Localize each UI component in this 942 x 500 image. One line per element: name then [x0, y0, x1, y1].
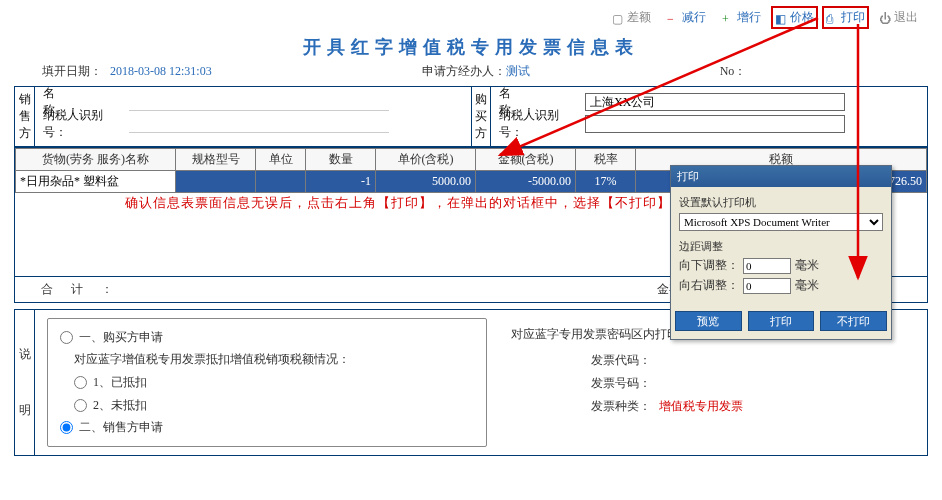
price-button[interactable]: ◧价格 — [771, 6, 818, 29]
opt-buyer-apply[interactable] — [60, 331, 73, 344]
plus-row-button[interactable]: +增行 — [716, 6, 767, 29]
minus-icon: − — [667, 12, 679, 24]
hint-text: 确认信息表票面信息无误后，点击右上角【打印】，在弹出的对话框中，选择【不打印】 — [125, 194, 671, 212]
meta-row: 填开日期：2018-03-08 12:31:03 申请方经办人：测试 No： — [0, 61, 942, 86]
sum-label: 合计： — [41, 281, 131, 298]
inv-type-label: 发票种类： — [581, 398, 651, 415]
buyer-name-input[interactable] — [585, 93, 845, 111]
buyer-side-label: 购买方 — [471, 87, 491, 146]
square-icon: ▢ — [612, 12, 624, 24]
seller-side-label: 销售方 — [15, 87, 35, 146]
deduct-subtitle: 对应蓝字增值税专用发票抵扣增值税销项税额情况： — [74, 348, 474, 371]
apply-options: 一、购买方申请 对应蓝字增值税专用发票抵扣增值税销项税额情况： 1、已抵扣 2、… — [47, 318, 487, 447]
no-label: No： — [720, 64, 747, 78]
opt-deducted[interactable] — [74, 376, 87, 389]
toolbar: ▢差额 −减行 +增行 ◧价格 ⎙打印 ⏻退出 — [0, 0, 942, 33]
agent-value: 测试 — [506, 64, 530, 78]
dialog-title: 打印 — [671, 166, 891, 187]
tag-icon: ◧ — [775, 12, 787, 24]
inv-type-value: 增值税专用发票 — [659, 398, 743, 415]
print-icon: ⎙ — [826, 12, 838, 24]
opt-undeducted[interactable] — [74, 399, 87, 412]
buyer-tax-input[interactable] — [585, 115, 845, 133]
seller-tax-label: 纳税人识别号： — [43, 107, 123, 141]
noprint-button[interactable]: 不打印 — [820, 311, 887, 331]
diff-button[interactable]: ▢差额 — [606, 6, 657, 29]
printer-select[interactable]: Microsoft XPS Document Writer — [679, 213, 883, 231]
page-title: 开具红字增值税专用发票信息表 — [0, 33, 942, 61]
preview-button[interactable]: 预览 — [675, 311, 742, 331]
power-icon: ⏻ — [879, 12, 891, 24]
date-value: 2018-03-08 12:31:03 — [110, 64, 212, 78]
margin-down-input[interactable] — [743, 258, 791, 274]
buyer-tax-label: 纳税人识别号： — [499, 107, 579, 141]
opt-seller-apply[interactable] — [60, 421, 73, 434]
seller-tax-input[interactable] — [129, 115, 389, 133]
inv-num-label: 发票号码： — [581, 375, 651, 392]
date-label: 填开日期： — [42, 64, 102, 78]
explain-side-label: 说明 — [15, 310, 35, 455]
plus-icon: + — [722, 12, 734, 24]
margin-right-label: 向右调整： — [679, 277, 739, 294]
margin-down-label: 向下调整： — [679, 257, 739, 274]
minus-row-button[interactable]: −减行 — [661, 6, 712, 29]
margin-right-input[interactable] — [743, 278, 791, 294]
print-dialog: 打印 设置默认打印机 Microsoft XPS Document Writer… — [670, 165, 892, 340]
print-button[interactable]: ⎙打印 — [822, 6, 869, 29]
do-print-button[interactable]: 打印 — [748, 311, 815, 331]
dialog-printer-label: 设置默认打印机 — [679, 195, 883, 210]
exit-button[interactable]: ⏻退出 — [873, 6, 924, 29]
seller-name-input[interactable] — [129, 93, 389, 111]
dialog-margin-label: 边距调整 — [679, 239, 883, 254]
agent-label: 申请方经办人： — [422, 64, 506, 78]
inv-code-label: 发票代码： — [581, 352, 651, 369]
